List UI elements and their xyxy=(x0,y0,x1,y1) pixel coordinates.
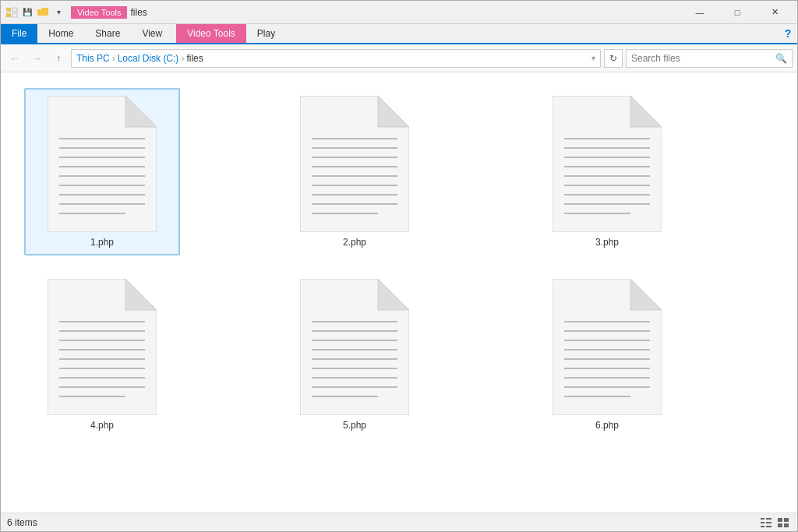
large-icons-view-button[interactable] xyxy=(775,516,791,530)
file-icon-3 xyxy=(553,96,662,232)
file-item-6[interactable]: 6.php xyxy=(529,271,685,439)
svg-rect-0 xyxy=(6,8,11,12)
svg-rect-77 xyxy=(784,518,789,522)
svg-rect-2 xyxy=(12,8,17,12)
tab-play[interactable]: Play xyxy=(246,24,286,43)
svg-marker-5 xyxy=(125,96,157,127)
file-label-1: 1.php xyxy=(90,237,114,248)
ribbon-tabs: File Home Share View Video Tools Play ? xyxy=(1,24,797,44)
main-area: 1.php 2.php xyxy=(1,72,797,513)
svg-rect-78 xyxy=(778,523,782,527)
maximize-button[interactable]: □ xyxy=(719,1,755,24)
window-title: files xyxy=(130,7,682,18)
address-bar: ← → ↑ This PC › Local Disk (C:) › files … xyxy=(1,44,797,72)
svg-marker-60 xyxy=(630,279,662,310)
file-item-3[interactable]: 3.php xyxy=(529,88,685,255)
details-view-button[interactable] xyxy=(758,516,774,530)
breadcrumb-sep-1: › xyxy=(112,53,115,64)
search-icon: 🔍 xyxy=(775,53,787,64)
file-label-5: 5.php xyxy=(343,420,366,431)
window-controls: — □ ✕ xyxy=(682,1,793,24)
title-bar-icons: 💾 ▾ xyxy=(5,6,65,19)
svg-marker-49 xyxy=(378,279,409,310)
breadcrumb-local-disk[interactable]: Local Disk (C:) xyxy=(118,53,179,64)
file-icon-2 xyxy=(300,96,409,232)
svg-rect-73 xyxy=(766,522,772,523)
file-icon-5 xyxy=(300,279,409,415)
help-icon[interactable]: ? xyxy=(782,27,794,40)
svg-rect-70 xyxy=(761,518,764,520)
up-button[interactable]: ↑ xyxy=(49,49,68,68)
file-icon-4 xyxy=(48,279,157,415)
file-item-2[interactable]: 2.php xyxy=(277,88,433,255)
video-tools-label: Video Tools xyxy=(71,6,127,19)
file-label-6: 6.php xyxy=(595,420,619,431)
svg-marker-16 xyxy=(378,96,409,127)
search-input[interactable] xyxy=(631,53,772,64)
close-button[interactable]: ✕ xyxy=(757,1,793,24)
svg-rect-74 xyxy=(761,526,764,527)
file-label-4: 4.php xyxy=(90,420,114,431)
svg-rect-1 xyxy=(6,13,11,17)
title-bar: 💾 ▾ Video Tools files — □ ✕ xyxy=(1,1,797,24)
file-icon-6 xyxy=(553,279,662,415)
breadcrumb-sep-2: › xyxy=(181,53,184,64)
status-count: 6 items xyxy=(7,517,37,528)
folder-icon xyxy=(37,6,49,19)
svg-rect-72 xyxy=(761,522,764,523)
file-item-5[interactable]: 5.php xyxy=(277,271,433,439)
breadcrumb-this-pc[interactable]: This PC xyxy=(76,53,110,64)
view-toggle-buttons xyxy=(758,516,791,530)
svg-rect-75 xyxy=(766,526,772,527)
svg-rect-3 xyxy=(12,13,17,17)
search-bar: 🔍 xyxy=(626,49,793,68)
svg-marker-27 xyxy=(630,96,662,127)
svg-marker-38 xyxy=(125,279,157,310)
tab-home[interactable]: Home xyxy=(37,24,84,43)
tab-view[interactable]: View xyxy=(131,24,173,43)
file-label-2: 2.php xyxy=(343,237,366,248)
breadcrumb-files: files xyxy=(186,53,203,64)
down-arrow-icon: ▾ xyxy=(52,6,65,19)
quick-access-icon xyxy=(5,6,18,19)
svg-rect-71 xyxy=(766,518,772,520)
minimize-button[interactable]: — xyxy=(682,1,718,24)
back-button[interactable]: ← xyxy=(5,49,24,68)
status-bar: 6 items xyxy=(1,513,797,531)
file-label-3: 3.php xyxy=(595,237,619,248)
file-icon-1 xyxy=(48,96,157,232)
file-item-4[interactable]: 4.php xyxy=(24,271,180,439)
breadcrumb: This PC › Local Disk (C:) › files ▾ xyxy=(71,49,601,68)
svg-rect-79 xyxy=(784,523,789,527)
svg-rect-76 xyxy=(778,518,782,522)
breadcrumb-dropdown-icon[interactable]: ▾ xyxy=(591,54,595,62)
tab-share[interactable]: Share xyxy=(84,24,131,43)
files-grid: 1.php 2.php xyxy=(16,80,782,446)
file-item-1[interactable]: 1.php xyxy=(24,88,180,255)
forward-button[interactable]: → xyxy=(27,49,46,68)
save-icon: 💾 xyxy=(21,6,34,19)
refresh-button[interactable]: ↻ xyxy=(604,49,623,68)
tab-video-tools[interactable]: Video Tools xyxy=(176,24,246,43)
tab-file[interactable]: File xyxy=(1,24,37,43)
